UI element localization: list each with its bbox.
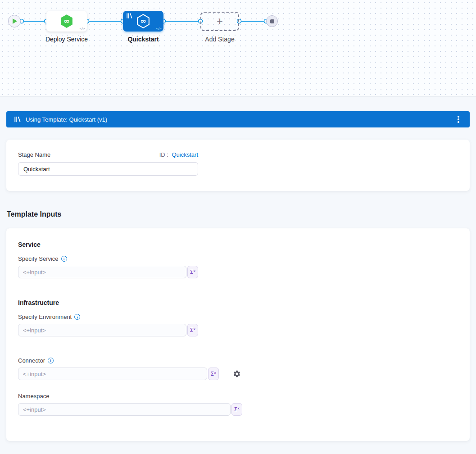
play-icon <box>12 18 17 24</box>
stage-name-label: Stage Name <box>18 151 50 158</box>
banner-text: Using Template: Quickstart (v1) <box>26 116 107 123</box>
expression-toggle-button[interactable]: Σˣ <box>187 266 198 278</box>
stage-name-input[interactable] <box>18 162 198 176</box>
section-heading-service: Service <box>18 241 458 248</box>
expression-toggle-button[interactable]: Σˣ <box>187 324 198 336</box>
expression-toggle-button[interactable]: Σˣ <box>231 403 242 416</box>
svg-text:∞: ∞ <box>63 17 69 25</box>
connector-label: Connector <box>18 357 45 364</box>
info-icon[interactable]: i <box>74 314 80 320</box>
template-library-icon <box>14 116 21 123</box>
field-namespace: Namespace Σˣ <box>18 392 458 416</box>
code-icon: </> <box>80 27 85 31</box>
specify-service-label: Specify Service <box>18 255 59 262</box>
add-stage-button[interactable]: + <box>200 12 239 31</box>
stage-id-link[interactable]: Quickstart <box>172 151 198 158</box>
info-icon[interactable]: i <box>48 358 54 363</box>
connector-settings-button[interactable] <box>233 370 241 378</box>
stage-id-prefix: ID : <box>159 151 168 158</box>
code-icon: </> <box>156 27 161 31</box>
svg-text:∞: ∞ <box>140 17 146 25</box>
field-connector: Connector i Σˣ <box>18 356 458 380</box>
template-library-icon <box>127 13 132 18</box>
stage-name-card: Stage Name ID : Quickstart <box>6 140 470 191</box>
template-inputs-heading: Template Inputs <box>7 210 476 218</box>
plus-icon: + <box>217 16 222 27</box>
pipeline-end-node[interactable] <box>266 15 278 27</box>
field-specify-service: Specify Service i Σˣ <box>18 254 458 278</box>
info-icon[interactable]: i <box>61 256 67 262</box>
kebab-icon <box>458 116 459 118</box>
expression-toggle-button[interactable]: Σˣ <box>208 368 219 380</box>
stage-label-deploy-service[interactable]: Deploy Service <box>31 36 103 43</box>
stage-label-quickstart[interactable]: Quickstart <box>107 36 179 43</box>
field-specify-environment: Specify Environment i Σˣ <box>18 313 458 336</box>
harness-cd-hexagon-icon: ∞ <box>136 14 151 29</box>
pipeline-start-node[interactable] <box>8 15 21 27</box>
stage-node-deploy-service[interactable]: ∞ </> <box>46 11 87 32</box>
stage-label-add-stage[interactable]: Add Stage <box>184 36 256 43</box>
banner-menu-button[interactable] <box>453 114 464 125</box>
stage-node-quickstart[interactable]: ∞ </> <box>123 11 163 32</box>
using-template-banner[interactable]: Using Template: Quickstart (v1) <box>6 111 470 127</box>
specify-environment-input[interactable] <box>18 324 186 336</box>
connector-input[interactable] <box>18 368 207 380</box>
specify-service-input[interactable] <box>18 266 186 278</box>
harness-cd-hexagon-icon: ∞ <box>59 14 74 29</box>
pipeline-canvas[interactable]: ∞ </> ∞ </> + Deploy Service Quickstart … <box>0 0 476 97</box>
stop-icon <box>270 19 274 23</box>
namespace-input[interactable] <box>18 403 231 416</box>
gear-icon <box>233 370 241 378</box>
namespace-label: Namespace <box>18 393 49 400</box>
section-heading-infrastructure: Infrastructure <box>18 299 458 306</box>
specify-environment-label: Specify Environment <box>18 313 72 320</box>
template-inputs-card: Service Specify Service i Σˣ Infrastruct… <box>6 228 470 441</box>
